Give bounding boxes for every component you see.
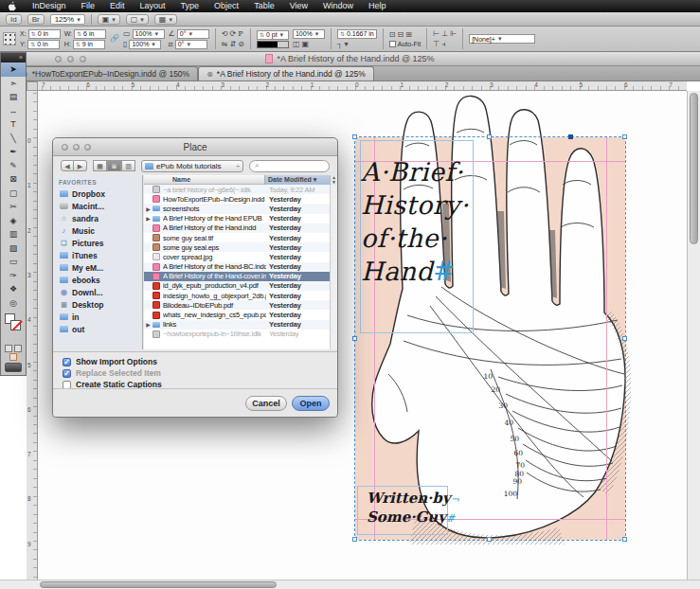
gradient-swatch-tool[interactable]: ▥ (1, 227, 26, 241)
clear-transformations-icon[interactable]: ⊘ (238, 40, 244, 49)
hand-tool[interactable]: ❖ (1, 282, 26, 296)
forward-button[interactable]: ▶ (74, 160, 87, 171)
zoom-level-select[interactable]: 125% (50, 14, 85, 25)
tab-a-brief-history[interactable]: ⊗ *A Brief History of the Hand.indd @ 12… (198, 66, 374, 80)
sidebar-item-dropbox[interactable]: Dropbox (53, 187, 142, 200)
line-tool[interactable]: ╲ (1, 132, 26, 146)
stroke-weight-field[interactable]: ⇅0 pt (257, 30, 289, 40)
free-transform-tool[interactable]: ◈ (1, 214, 26, 228)
selection-handle[interactable] (622, 336, 627, 341)
folder-dropdown[interactable]: ePub Mobi tutorials ÷ (141, 160, 243, 172)
type-tool[interactable]: T (1, 117, 26, 132)
sidebar-item-in[interactable]: in (53, 311, 142, 323)
file-row[interactable]: A Brief History of the Hand-BC.indd Yest… (144, 262, 330, 272)
file-row[interactable]: some guy seal.eps Yesterday (144, 242, 330, 252)
scissors-tool[interactable]: ✂ (1, 200, 26, 214)
selection-handle[interactable] (352, 134, 357, 139)
title-text[interactable]: A·Brief· History· of·the· Hand# (361, 155, 503, 288)
file-row[interactable]: ▶ screenshots Yesterday (144, 204, 330, 213)
column-header-name[interactable]: Name (172, 176, 190, 183)
note-tool[interactable]: ▭ (1, 255, 26, 269)
file-row[interactable]: A Brief History of the Hand.indd Yesterd… (144, 223, 330, 233)
apple-menu[interactable] (0, 1, 25, 11)
wrap-jump-icon[interactable]: ⊤ (433, 40, 440, 49)
rotate-ccw-icon[interactable]: ⟲ (222, 29, 228, 39)
open-button[interactable]: Open (292, 396, 330, 411)
rectangle-tool[interactable]: ▢ (1, 187, 26, 201)
disclosure-triangle-icon[interactable]: ▶ (144, 321, 153, 328)
column-view-button[interactable]: ▥ (121, 160, 135, 171)
selection-handle[interactable] (352, 537, 357, 542)
byline-text[interactable]: Written·by¬ Some·Guy# (367, 490, 459, 527)
stroke-swatch[interactable] (10, 320, 21, 330)
scale-x-field[interactable]: 100% (133, 29, 165, 39)
bridge-icon[interactable]: Br (27, 14, 45, 25)
menu-edit[interactable]: Edit (102, 0, 133, 12)
stroke-style-preview[interactable] (257, 41, 289, 48)
menu-window[interactable]: Window (315, 0, 361, 12)
fill-stroke-swatches[interactable] (1, 312, 26, 344)
file-row[interactable]: id_dyk_epub_production_v4.pdf Yesterday (144, 281, 330, 291)
corner-style-icon[interactable]: ┐ (337, 40, 343, 49)
fill-frame-icon[interactable]: ⊡ (389, 30, 396, 40)
search-input[interactable]: ⌕ (249, 160, 330, 172)
menu-help[interactable]: Help (361, 0, 394, 12)
direct-selection-tool[interactable]: ➣ (1, 77, 26, 91)
file-row[interactable]: whats_new_indesign_cs5_epub.pdf Yesterda… (144, 310, 330, 319)
document-window-titlebar[interactable]: *A Brief History of the Hand.indd @ 125% (0, 52, 700, 66)
checkbox[interactable]: ✓ (63, 358, 71, 366)
page-tool[interactable]: ▤ (1, 90, 26, 104)
sidebar-item-desktop[interactable]: Desktop (53, 298, 142, 311)
gap-tool[interactable]: ↔ (1, 104, 26, 118)
selection-handle[interactable] (352, 336, 357, 341)
sidebar-item-downloads[interactable]: Downl... (53, 286, 142, 298)
file-row[interactable]: ~a brief history of~g6e6(~.idlk Today, 9… (144, 185, 330, 194)
x-position-field[interactable]: ⇅0 in (28, 29, 61, 39)
sidebar-item-ebooks[interactable]: ebooks (53, 274, 142, 286)
sidebar-item-sandra[interactable]: sandra (53, 212, 142, 224)
selection-handle[interactable] (622, 134, 627, 139)
menu-view[interactable]: View (282, 0, 315, 12)
wrap-object-icon[interactable]: ⊩ (450, 29, 457, 39)
apply-gradient-button[interactable] (14, 345, 22, 352)
pencil-tool[interactable]: ✎ (1, 159, 26, 173)
dialog-titlebar[interactable]: Place (53, 138, 337, 156)
close-tab-icon[interactable]: ⊗ (206, 70, 213, 79)
file-list-scrollbar[interactable] (330, 185, 337, 349)
sidebar-item-music[interactable]: Music (53, 224, 142, 237)
pen-tool[interactable]: ✒ (1, 145, 26, 159)
corner-radius-field[interactable]: ⇅0.1667 in (337, 29, 377, 39)
list-view-button[interactable]: ≣ (107, 160, 121, 171)
opacity-field[interactable]: 100% (293, 29, 325, 39)
drop-shadow-icon[interactable]: ▣ (301, 40, 309, 49)
scrollbar-thumb[interactable] (690, 93, 698, 244)
reference-point-proxy[interactable] (3, 32, 16, 45)
view-options-menu[interactable]: ▣ (98, 14, 120, 25)
file-row[interactable]: ~howtoexportepub-in~1l9hse.idlk Yesterda… (144, 330, 330, 339)
import-option-row[interactable]: ✓ Show Import Options (63, 356, 337, 367)
checkbox[interactable]: ✓ (63, 369, 71, 378)
sidebar-item-macintosh-hd[interactable]: Macint... (53, 200, 142, 212)
file-row[interactable]: cover spread.jpg Yesterday (144, 252, 330, 261)
screen-mode-button[interactable] (5, 363, 22, 372)
file-row[interactable]: A Brief History of the Hand-cover.indd Y… (144, 272, 330, 281)
horizontal-scrollbar[interactable] (0, 580, 700, 589)
y-position-field[interactable]: ⇅0 in (27, 40, 60, 49)
effects-icon[interactable]: ◫ (293, 40, 300, 49)
width-field[interactable]: ⇅6 in (74, 29, 106, 39)
wrap-skip-icon[interactable]: ⫞ (441, 40, 445, 49)
menu-object[interactable]: Object (206, 0, 246, 12)
zoom-tool[interactable]: ◎ (1, 296, 26, 311)
back-button[interactable]: ◀ (61, 160, 74, 171)
apply-none-button[interactable] (9, 353, 17, 361)
object-style-select[interactable]: [None]+ (469, 34, 535, 44)
sidebar-item-itunes[interactable]: iTunes (53, 249, 142, 261)
scroll-arrows-icon[interactable]: ▴▾ (330, 175, 337, 185)
flip-vertical-icon[interactable]: ⇵ (229, 40, 236, 49)
cancel-button[interactable]: Cancel (245, 396, 287, 411)
flip-horizontal-icon[interactable]: ⇋ (222, 40, 228, 49)
ruler-origin-corner[interactable] (27, 81, 38, 91)
shear-angle-field[interactable]: 0° (175, 40, 207, 49)
disclosure-triangle-icon[interactable]: ▶ (144, 215, 153, 222)
menu-layout[interactable]: Layout (133, 0, 173, 12)
